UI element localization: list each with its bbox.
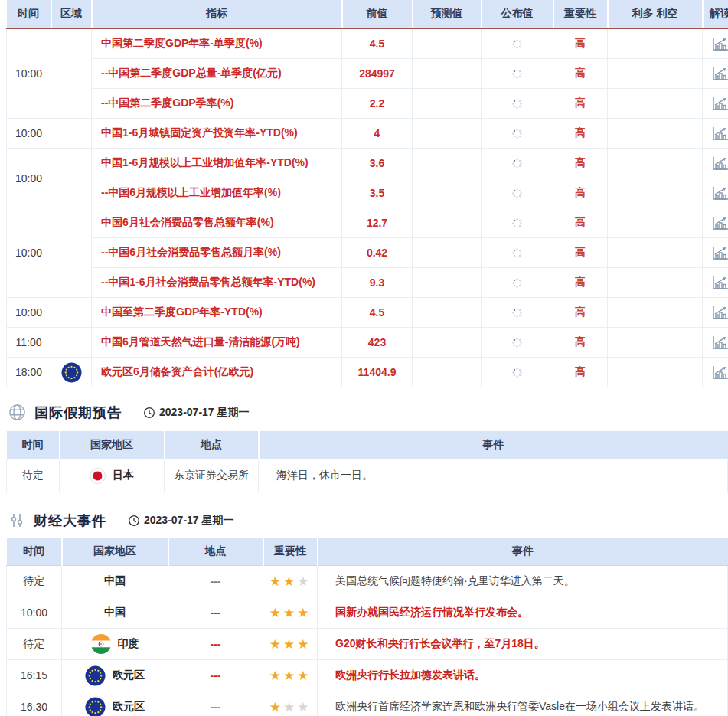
forecast-value (413, 28, 482, 59)
indicator-cell[interactable]: --中国第二季度GDP总量-单季度(亿元) (92, 59, 342, 89)
events-table-header-row: 时间 国家地区 地点 重要性 事件 (7, 538, 728, 566)
interpret-cell (703, 208, 728, 238)
chart-icon[interactable] (711, 365, 728, 378)
indicator-cell[interactable]: --中国6月社会消费品零售总额月率(%) (92, 238, 342, 268)
interpret-cell (703, 178, 728, 208)
chart-icon[interactable] (711, 67, 728, 79)
importance-badge: 高 (553, 298, 608, 328)
bull-bear-cell (608, 119, 703, 149)
indicator-cell[interactable]: 欧元区6月储备资产合计(亿欧元) (92, 358, 342, 387)
time-cell: 待定 (7, 459, 60, 492)
chart-icon[interactable] (711, 37, 728, 49)
col-time: 时间 (7, 431, 60, 459)
event-row: 待定印度---★★★G20财长和央行行长会议举行，至7月18日。 (7, 629, 728, 660)
chart-icon[interactable] (711, 186, 728, 198)
chart-icon[interactable] (711, 335, 728, 348)
previous-value: 12.7 (342, 208, 413, 238)
time-cell: 10:00 (7, 149, 51, 208)
events-section-header: 财经大事件 2023-07-17 星期一 (8, 511, 728, 530)
holiday-table-header-row: 时间 国家地区 地点 事件 (7, 431, 728, 459)
eu-flag-icon (85, 665, 106, 686)
announced-value (482, 119, 553, 149)
chart-icon[interactable] (711, 126, 728, 139)
interpret-cell (703, 268, 728, 298)
indicator-row: 10:00中国1-6月规模以上工业增加值年率-YTD(%)3.6高 (7, 149, 728, 178)
loading-spinner-icon (511, 187, 523, 199)
forecast-value (413, 89, 482, 119)
event-row: 16:15欧元区---★★★欧洲央行行长拉加德发表讲话。 (7, 660, 728, 691)
indicator-row: --中国第二季度GDP总量-单季度(亿元)284997高 (7, 59, 728, 89)
forecast-value (413, 178, 482, 208)
importance-stars: ★★★ (263, 597, 318, 629)
col-country: 国家地区 (62, 538, 168, 566)
sliders-icon (8, 511, 26, 530)
event-row: 16:30欧元区---★★★欧洲央行首席经济学家连恩和欧洲央行管委Vasle在一… (7, 691, 728, 716)
importance-badge: 高 (553, 358, 608, 387)
time-cell: 11:00 (7, 328, 51, 358)
loading-spinner-icon (511, 38, 523, 50)
previous-value: 2.2 (342, 89, 413, 119)
indicator-cell[interactable]: --中国1-6月社会消费品零售总额年率-YTD(%) (92, 268, 342, 298)
indicator-cell[interactable]: 中国6月社会消费品零售总额年率(%) (92, 208, 342, 238)
forecast-value (413, 238, 482, 268)
indicator-cell[interactable]: 中国6月管道天然气进口量-清洁能源(万吨) (92, 328, 342, 358)
importance-badge: 高 (553, 28, 608, 59)
chart-icon[interactable] (711, 156, 728, 168)
economic-data-table: 时间 区域 指标 前值 预测值 公布值 重要性 利多 利空 解读 10:00中国… (6, 0, 728, 387)
loading-spinner-icon (511, 276, 523, 289)
clock-icon (143, 407, 155, 419)
loading-spinner-icon (511, 306, 523, 319)
chart-icon[interactable] (711, 216, 728, 228)
star-filled-icon: ★ (297, 606, 311, 620)
bull-bear-cell (608, 178, 703, 208)
time-cell: 待定 (7, 566, 62, 597)
events-section-title: 财经大事件 (34, 512, 106, 530)
chart-icon[interactable] (711, 246, 728, 258)
indicator-row: 10:00中国至第二季度GDP年率-YTD(%)4.5高 (7, 298, 728, 328)
importance-badge: 高 (553, 238, 608, 268)
previous-value: 11404.9 (342, 358, 413, 387)
region-cell (51, 119, 92, 149)
country-cell: 欧元区 (62, 660, 168, 691)
chart-icon[interactable] (711, 276, 728, 288)
event-cell: 欧洲央行首席经济学家连恩和欧洲央行管委Vasle在一场小组会议上发表讲话。 (318, 691, 728, 716)
location-cell: --- (168, 566, 263, 597)
loading-spinner-icon (511, 217, 523, 229)
announced-value (482, 89, 553, 119)
indicator-cell[interactable]: 中国1-6月城镇固定资产投资年率-YTD(%) (92, 119, 342, 149)
region-cell (51, 28, 92, 119)
chart-icon[interactable] (711, 306, 728, 318)
indicator-row: 10:00中国6月社会消费品零售总额年率(%)12.7高 (7, 208, 728, 238)
indicator-cell[interactable]: 中国1-6月规模以上工业增加值年率-YTD(%) (92, 149, 342, 178)
col-previous: 前值 (342, 0, 413, 28)
previous-value: 423 (342, 328, 413, 358)
announced-value (482, 28, 553, 59)
star-filled-icon: ★ (269, 669, 283, 683)
indicator-cell[interactable]: 中国至第二季度GDP年率-YTD(%) (92, 298, 342, 328)
indicator-row: --中国第二季度GDP季率(%)2.2高 (7, 89, 728, 119)
star-filled-icon: ★ (283, 574, 297, 589)
indicator-cell[interactable]: --中国第二季度GDP季率(%) (92, 89, 342, 119)
col-event: 事件 (259, 431, 728, 459)
holiday-row: 待定日本东京证券交易所海洋日，休市一日。 (7, 459, 728, 492)
location-cell: --- (168, 660, 263, 691)
event-cell: 国新办就国民经济运行情况举行发布会。 (318, 597, 728, 629)
indicator-cell[interactable]: 中国第二季度GDP年率-单季度(%) (92, 28, 342, 59)
col-interpret: 解读 (703, 0, 728, 28)
country-name: 中国 (104, 574, 126, 588)
interpret-cell (703, 149, 728, 178)
indicator-row: 10:00中国1-6月城镇固定资产投资年率-YTD(%)4高 (7, 119, 728, 149)
chart-icon[interactable] (711, 96, 728, 109)
col-location: 地点 (165, 431, 259, 459)
financial-calendar-page: 时间 区域 指标 前值 预测值 公布值 重要性 利多 利空 解读 10:00中国… (0, 0, 728, 716)
indicator-row: --中国6月社会消费品零售总额月率(%)0.42高 (7, 238, 728, 268)
loading-spinner-icon (511, 97, 523, 110)
country-cell: 印度 (62, 629, 168, 660)
announced-value (482, 298, 553, 328)
indicator-row: 10:00中国第二季度GDP年率-单季度(%)4.5高 (7, 28, 728, 59)
col-importance: 重要性 (263, 538, 318, 566)
interpret-cell (703, 298, 728, 328)
country-name: 中国 (104, 606, 126, 620)
japan-flag-icon (90, 468, 106, 484)
indicator-cell[interactable]: --中国6月规模以上工业增加值年率(%) (92, 178, 342, 208)
